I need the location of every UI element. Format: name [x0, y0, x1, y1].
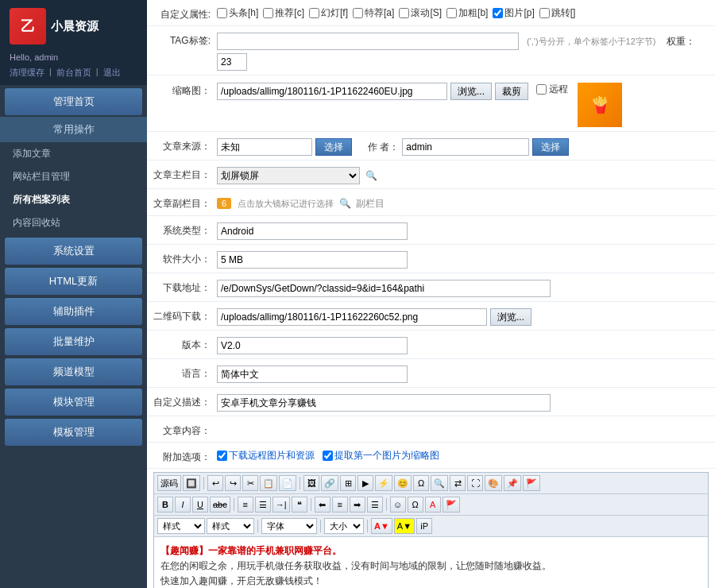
frontend-link[interactable]: 前台首页	[56, 67, 91, 79]
tb-replace-btn[interactable]: ⇄	[450, 475, 466, 491]
tb-extra1-btn[interactable]: 🎨	[485, 475, 502, 491]
qr-browse-btn[interactable]: 浏览...	[490, 308, 531, 326]
tb-extra3-btn[interactable]: 🚩	[523, 475, 540, 491]
tb-flash-btn[interactable]: ⚡	[375, 475, 392, 491]
addon-download-checkbox[interactable]	[217, 451, 227, 461]
checkbox-scroll-input[interactable]	[399, 8, 409, 18]
nav-channel[interactable]: 频道模型	[5, 358, 142, 385]
tb-face-btn[interactable]: 😊	[394, 475, 412, 491]
tb-cut-btn[interactable]: ✂	[242, 475, 258, 491]
weight-input[interactable]	[217, 53, 247, 71]
tb-italic-btn[interactable]: I	[175, 497, 191, 513]
tb-special-btn[interactable]: Ω	[413, 475, 429, 491]
tb-color-btn[interactable]: A	[425, 497, 441, 513]
tag-input[interactable]	[217, 33, 519, 50]
addon-download-label[interactable]: 下载远程图片和资源	[217, 449, 315, 462]
tb-size-select[interactable]: 大小	[324, 518, 364, 534]
nav-sys-settings[interactable]: 系统设置	[5, 238, 142, 265]
tb-img-btn[interactable]: 🖼	[303, 475, 319, 491]
editor-content-area[interactable]: 【趣闻赚】一家靠谱的手机兼职网赚平台。 在您的闲暇之余，用玩手机做任务获取收益，…	[154, 537, 708, 588]
nav-html-update[interactable]: HTML更新	[5, 268, 142, 295]
tb-preview-btn[interactable]: 🔲	[183, 475, 200, 491]
tb-ul-btn[interactable]: ☰	[255, 497, 271, 513]
tb-style-select[interactable]: 样式	[157, 518, 205, 534]
version-input[interactable]	[217, 337, 408, 354]
checkbox-jump[interactable]: 跳转[]	[539, 6, 576, 20]
tb-strikethrough-btn[interactable]: abc	[210, 497, 230, 513]
tb-media-btn[interactable]: ▶	[358, 475, 373, 491]
desc-input[interactable]	[217, 394, 551, 412]
checkbox-image-input[interactable]	[493, 8, 503, 18]
checkbox-scroll[interactable]: 滚动[S]	[399, 6, 442, 20]
nav-module[interactable]: 模块管理	[5, 389, 142, 416]
language-input[interactable]	[217, 366, 408, 383]
tb-font-select[interactable]: 字体	[261, 518, 317, 534]
thumb-crop-btn[interactable]: 裁剪	[495, 83, 528, 100]
tb-quote-btn[interactable]: ❝	[292, 497, 307, 513]
tb-para-select[interactable]: 样式	[207, 518, 254, 534]
tb-paste-btn[interactable]: 📄	[279, 475, 296, 491]
tb-bgcolor-btn[interactable]: 🚩	[443, 497, 460, 513]
sub-cat-search-icon[interactable]: 🔍	[337, 195, 353, 211]
checkbox-featured-input[interactable]	[353, 8, 363, 18]
thumb-remote-label[interactable]: 远程	[536, 83, 568, 96]
checkbox-slideshow-input[interactable]	[309, 8, 319, 18]
thumb-browse-btn[interactable]: 浏览...	[450, 83, 492, 100]
tb-find-btn[interactable]: 🔍	[431, 475, 448, 491]
checkbox-head[interactable]: 头条[h]	[217, 6, 258, 20]
sub-cat-link[interactable]: 副栏目	[356, 197, 385, 211]
tb-bold-btn[interactable]: B	[157, 497, 173, 513]
checkbox-head-input[interactable]	[217, 8, 227, 18]
checkbox-image[interactable]: 图片[p]	[493, 6, 534, 20]
logout-link[interactable]: 退出	[103, 67, 121, 79]
checkbox-bold-input[interactable]	[446, 8, 457, 18]
checkbox-recommend-input[interactable]	[263, 8, 273, 18]
source-select-btn[interactable]: 选择	[315, 138, 352, 156]
tb-copy-btn[interactable]: 📋	[260, 475, 277, 491]
nav-batch[interactable]: 批量维护	[5, 328, 142, 355]
qr-path-input[interactable]	[217, 308, 487, 326]
addon-extract-label[interactable]: 提取第一个图片为缩略图	[323, 449, 439, 462]
tb-fullscreen-btn[interactable]: ⛶	[467, 475, 483, 491]
tb-extra2-btn[interactable]: 📌	[504, 475, 521, 491]
nav-site-columns[interactable]: 网站栏目管理	[0, 165, 147, 188]
tb-redo-btn[interactable]: ↪	[225, 475, 241, 491]
tb-align-center-btn[interactable]: ≡	[332, 497, 348, 513]
tb-link-btn[interactable]: 🔗	[321, 475, 338, 491]
tb-align-left-btn[interactable]: ⬅	[315, 497, 330, 513]
source-input[interactable]	[217, 138, 312, 156]
tb-source-btn[interactable]: 源码	[157, 475, 181, 491]
author-select-btn[interactable]: 选择	[532, 138, 569, 156]
nav-add-article[interactable]: 添加文章	[0, 142, 147, 165]
nav-home-btn[interactable]: 管理首页	[5, 88, 142, 115]
cat-search-icon[interactable]: 🔍	[363, 168, 379, 184]
checkbox-recommend[interactable]: 推荐[c]	[263, 6, 304, 20]
clear-cache-link[interactable]: 清理缓存	[10, 67, 44, 79]
tb-omega-btn[interactable]: Ω	[408, 497, 423, 513]
main-cat-select[interactable]: 划屏锁屏	[217, 167, 360, 184]
nav-plugins[interactable]: 辅助插件	[5, 298, 142, 325]
size-input[interactable]	[217, 251, 408, 269]
tb-ol-btn[interactable]: ≡	[238, 497, 253, 513]
tb-hilite-btn[interactable]: A▼	[394, 518, 415, 534]
tb-extra4-btn[interactable]: iP	[416, 518, 432, 534]
author-input[interactable]	[402, 138, 529, 156]
checkbox-featured[interactable]: 特荐[a]	[353, 6, 394, 20]
thumb-remote-checkbox[interactable]	[536, 84, 547, 95]
tb-indent-btn[interactable]: →|	[272, 497, 290, 513]
checkbox-bold[interactable]: 加粗[b]	[446, 6, 488, 20]
download-input[interactable]	[217, 280, 551, 297]
tb-fontcolor-btn[interactable]: A▼	[371, 518, 392, 534]
tb-table-btn[interactable]: ⊞	[340, 475, 356, 491]
nav-recycle[interactable]: 内容回收站	[0, 211, 147, 234]
tb-align-justify-btn[interactable]: ☰	[367, 497, 383, 513]
tb-underline-btn[interactable]: U	[192, 497, 208, 513]
nav-all-archives[interactable]: 所有档案列表	[0, 188, 147, 211]
nav-template[interactable]: 模板管理	[5, 419, 142, 446]
tb-undo-btn[interactable]: ↩	[207, 475, 223, 491]
addon-extract-checkbox[interactable]	[323, 451, 333, 461]
checkbox-jump-input[interactable]	[539, 8, 550, 18]
tb-align-right-btn[interactable]: ➡	[350, 497, 365, 513]
checkbox-slideshow[interactable]: 幻灯[f]	[309, 6, 348, 20]
sys-type-input[interactable]	[217, 222, 408, 240]
